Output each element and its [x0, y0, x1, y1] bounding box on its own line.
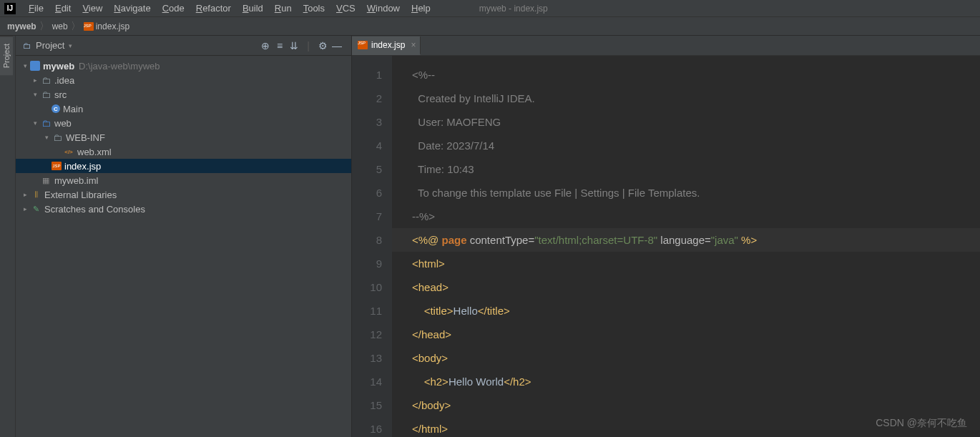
tree-item-index-jsp[interactable]: index.jsp — [16, 159, 351, 173]
tree-arrow-icon[interactable] — [30, 77, 40, 84]
watermark-text: CSDN @奈何不吃鱼 — [876, 417, 967, 430]
tree-item-label: src — [54, 89, 67, 100]
close-tab-icon[interactable]: × — [411, 40, 416, 50]
line-number-gutter: 12345678910111213141516 — [352, 56, 392, 437]
scratch-icon — [30, 203, 41, 215]
menu-refactor[interactable]: Refactor — [190, 1, 237, 15]
menu-file[interactable]: File — [23, 1, 49, 15]
tree-item-web-inf[interactable]: WEB-INF — [16, 130, 351, 144]
code-line-11[interactable]: <title>Hello</title> — [392, 299, 980, 323]
project-pane-header: 🗀 Project ▾ ⊕ ≡ ⇊ | ⚙ — — [16, 36, 351, 56]
tree-item-main[interactable]: Main — [16, 102, 351, 116]
tree-item-label: web.xml — [77, 147, 112, 157]
class-icon — [52, 104, 60, 113]
code-line-4[interactable]: Date: 2023/7/14 — [392, 134, 980, 157]
jsp-icon — [52, 162, 62, 170]
menu-build[interactable]: Build — [237, 1, 269, 15]
code-area[interactable]: 12345678910111213141516 <%-- Created by … — [352, 56, 980, 437]
menu-run[interactable]: Run — [269, 1, 298, 15]
iml-icon — [40, 175, 52, 186]
project-pane-title[interactable]: Project — [36, 40, 64, 51]
project-view-dropdown-icon[interactable]: ▾ — [69, 42, 72, 49]
tree-item-label: web — [54, 118, 72, 129]
code-line-1[interactable]: <%-- — [392, 63, 980, 87]
code-line-2[interactable]: Created by IntelliJ IDEA. — [392, 87, 980, 110]
tree-item-myweb[interactable]: mywebD:\java-web\myweb — [16, 59, 351, 73]
code-line-6[interactable]: To change this template use File | Setti… — [392, 181, 980, 205]
tree-item-web[interactable]: web — [16, 116, 351, 130]
menu-tools[interactable]: Tools — [298, 1, 330, 15]
breadcrumb-myweb[interactable]: myweb — [7, 21, 36, 31]
side-tab-strip: Project — [0, 36, 16, 437]
menubar: IJ FileEditViewNavigateCodeRefactorBuild… — [0, 0, 980, 17]
tree-arrow-icon[interactable] — [41, 134, 52, 141]
code-line-12[interactable]: </head> — [392, 323, 980, 346]
breadcrumb-separator-icon: 〉 — [39, 20, 49, 33]
menu-view[interactable]: View — [77, 1, 108, 15]
tree-item-label: index.jsp — [64, 161, 101, 172]
project-tool-window: 🗀 Project ▾ ⊕ ≡ ⇊ | ⚙ — mywebD:\java-web… — [16, 36, 352, 437]
line-number: 9 — [352, 252, 382, 275]
locate-icon[interactable]: ⊕ — [258, 40, 273, 51]
jsp-file-icon — [84, 22, 94, 31]
editor-pane: index.jsp × 12345678910111213141516 <%--… — [352, 36, 980, 437]
project-tree[interactable]: mywebD:\java-web\myweb.ideasrcMainwebWEB… — [16, 56, 351, 437]
tree-item-web-xml[interactable]: web.xml — [16, 144, 351, 159]
tree-item-src[interactable]: src — [16, 87, 351, 102]
folder-icon — [52, 132, 63, 143]
code-line-8[interactable]: <%@ page contentType="text/html;charset=… — [392, 228, 980, 252]
tree-item-external-libraries[interactable]: External Libraries — [16, 187, 351, 202]
code-content[interactable]: <%-- Created by IntelliJ IDEA. User: MAO… — [392, 56, 980, 437]
line-number: 11 — [352, 299, 382, 323]
tree-item-label: Main — [63, 104, 83, 114]
tree-item-myweb-iml[interactable]: myweb.iml — [16, 173, 351, 187]
tree-arrow-icon[interactable] — [20, 205, 30, 212]
code-line-13[interactable]: <body> — [392, 346, 980, 370]
breadcrumb-web[interactable]: web — [52, 21, 68, 31]
lib-icon — [30, 189, 41, 200]
menu-code[interactable]: Code — [157, 1, 190, 15]
xml-icon — [63, 146, 74, 157]
line-number: 2 — [352, 87, 382, 110]
code-line-15[interactable]: </body> — [392, 393, 980, 417]
tree-arrow-icon[interactable] — [20, 191, 30, 198]
breadcrumb-index-jsp[interactable]: index.jsp — [84, 21, 129, 31]
menu-edit[interactable]: Edit — [49, 1, 77, 15]
line-number: 1 — [352, 63, 382, 87]
tree-arrow-icon[interactable] — [20, 62, 30, 69]
settings-gear-icon[interactable]: ⚙ — [315, 40, 330, 51]
project-header-icon: 🗀 — [23, 41, 31, 51]
line-number: 4 — [352, 134, 382, 157]
jsp-file-icon — [358, 41, 368, 49]
menu-window[interactable]: Window — [361, 1, 406, 15]
code-line-10[interactable]: <head> — [392, 275, 980, 299]
tree-item-label: Scratches and Consoles — [44, 204, 145, 215]
line-number: 3 — [352, 110, 382, 134]
line-number: 14 — [352, 370, 382, 393]
expand-all-icon[interactable]: ≡ — [273, 40, 287, 51]
tree-item-scratches-and-consoles[interactable]: Scratches and Consoles — [16, 202, 351, 216]
main-area: Project 🗀 Project ▾ ⊕ ≡ ⇊ | ⚙ — mywebD:\… — [0, 36, 980, 437]
hide-pane-icon[interactable]: — — [330, 40, 344, 51]
folder-icon — [40, 74, 52, 86]
menu-help[interactable]: Help — [406, 1, 436, 15]
code-line-9[interactable]: <html> — [392, 252, 980, 275]
breadcrumb-separator-icon: 〉 — [71, 20, 81, 33]
editor-tab-index-jsp[interactable]: index.jsp × — [352, 36, 421, 55]
collapse-all-icon[interactable]: ⇊ — [287, 40, 301, 51]
window-title: myweb - index.jsp — [479, 4, 548, 14]
side-tab-project[interactable]: Project — [0, 36, 13, 75]
menu-vcs[interactable]: VCS — [330, 1, 361, 15]
tree-arrow-icon[interactable] — [30, 91, 40, 98]
module-icon — [30, 61, 40, 71]
code-line-3[interactable]: User: MAOFENG — [392, 110, 980, 134]
menu-navigate[interactable]: Navigate — [108, 1, 156, 15]
tree-arrow-icon[interactable] — [30, 119, 40, 127]
line-number: 7 — [352, 205, 382, 228]
code-line-5[interactable]: Time: 10:43 — [392, 157, 980, 181]
code-line-14[interactable]: <h2>Hello World</h2> — [392, 370, 980, 393]
line-number: 13 — [352, 346, 382, 370]
code-line-7[interactable]: --%> — [392, 205, 980, 228]
tree-item-label: WEB-INF — [66, 132, 105, 143]
tree-item--idea[interactable]: .idea — [16, 73, 351, 87]
